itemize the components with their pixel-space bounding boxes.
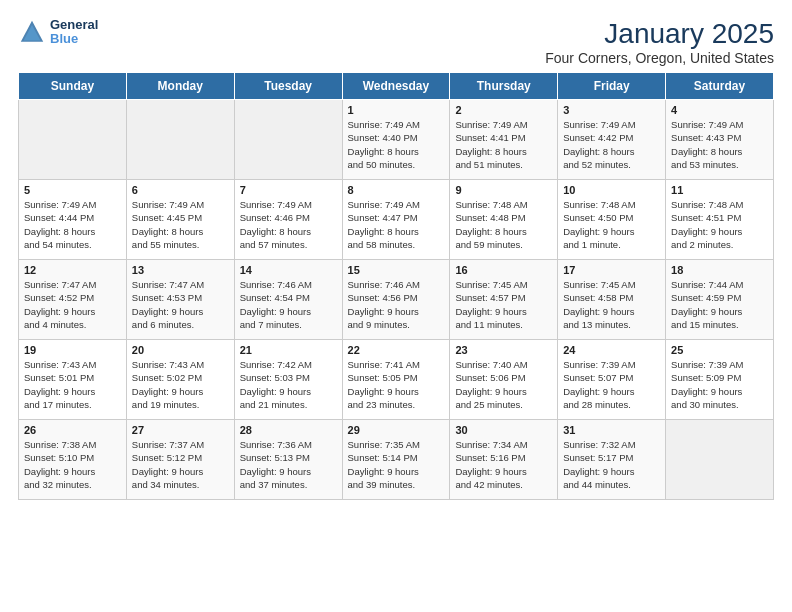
day-number: 4	[671, 104, 768, 116]
calendar-cell: 19Sunrise: 7:43 AMSunset: 5:01 PMDayligh…	[19, 340, 127, 420]
calendar-cell: 10Sunrise: 7:48 AMSunset: 4:50 PMDayligh…	[558, 180, 666, 260]
day-info: Sunrise: 7:35 AMSunset: 5:14 PMDaylight:…	[348, 438, 445, 491]
calendar-week-5: 26Sunrise: 7:38 AMSunset: 5:10 PMDayligh…	[19, 420, 774, 500]
col-header-tuesday: Tuesday	[234, 73, 342, 100]
calendar-cell: 3Sunrise: 7:49 AMSunset: 4:42 PMDaylight…	[558, 100, 666, 180]
day-number: 20	[132, 344, 229, 356]
calendar-cell: 14Sunrise: 7:46 AMSunset: 4:54 PMDayligh…	[234, 260, 342, 340]
day-info: Sunrise: 7:39 AMSunset: 5:07 PMDaylight:…	[563, 358, 660, 411]
calendar-cell: 25Sunrise: 7:39 AMSunset: 5:09 PMDayligh…	[666, 340, 774, 420]
col-header-thursday: Thursday	[450, 73, 558, 100]
day-number: 3	[563, 104, 660, 116]
logo-icon	[18, 18, 46, 46]
col-header-friday: Friday	[558, 73, 666, 100]
calendar-cell: 7Sunrise: 7:49 AMSunset: 4:46 PMDaylight…	[234, 180, 342, 260]
calendar-cell	[19, 100, 127, 180]
calendar-cell: 18Sunrise: 7:44 AMSunset: 4:59 PMDayligh…	[666, 260, 774, 340]
calendar-cell: 13Sunrise: 7:47 AMSunset: 4:53 PMDayligh…	[126, 260, 234, 340]
day-number: 14	[240, 264, 337, 276]
day-info: Sunrise: 7:47 AMSunset: 4:53 PMDaylight:…	[132, 278, 229, 331]
calendar-cell: 26Sunrise: 7:38 AMSunset: 5:10 PMDayligh…	[19, 420, 127, 500]
calendar-cell: 23Sunrise: 7:40 AMSunset: 5:06 PMDayligh…	[450, 340, 558, 420]
day-number: 24	[563, 344, 660, 356]
col-header-monday: Monday	[126, 73, 234, 100]
day-info: Sunrise: 7:43 AMSunset: 5:01 PMDaylight:…	[24, 358, 121, 411]
day-number: 8	[348, 184, 445, 196]
day-info: Sunrise: 7:49 AMSunset: 4:44 PMDaylight:…	[24, 198, 121, 251]
calendar-cell: 17Sunrise: 7:45 AMSunset: 4:58 PMDayligh…	[558, 260, 666, 340]
calendar-cell: 5Sunrise: 7:49 AMSunset: 4:44 PMDaylight…	[19, 180, 127, 260]
day-info: Sunrise: 7:46 AMSunset: 4:56 PMDaylight:…	[348, 278, 445, 331]
day-info: Sunrise: 7:32 AMSunset: 5:17 PMDaylight:…	[563, 438, 660, 491]
calendar-week-4: 19Sunrise: 7:43 AMSunset: 5:01 PMDayligh…	[19, 340, 774, 420]
day-number: 12	[24, 264, 121, 276]
day-info: Sunrise: 7:49 AMSunset: 4:40 PMDaylight:…	[348, 118, 445, 171]
calendar-cell: 16Sunrise: 7:45 AMSunset: 4:57 PMDayligh…	[450, 260, 558, 340]
subtitle: Four Corners, Oregon, United States	[545, 50, 774, 66]
calendar-cell	[234, 100, 342, 180]
day-info: Sunrise: 7:47 AMSunset: 4:52 PMDaylight:…	[24, 278, 121, 331]
page-container: General Blue January 2025 Four Corners, …	[0, 0, 792, 510]
day-number: 16	[455, 264, 552, 276]
day-number: 31	[563, 424, 660, 436]
day-number: 27	[132, 424, 229, 436]
calendar-cell: 8Sunrise: 7:49 AMSunset: 4:47 PMDaylight…	[342, 180, 450, 260]
day-number: 9	[455, 184, 552, 196]
col-header-sunday: Sunday	[19, 73, 127, 100]
calendar-cell: 27Sunrise: 7:37 AMSunset: 5:12 PMDayligh…	[126, 420, 234, 500]
day-info: Sunrise: 7:44 AMSunset: 4:59 PMDaylight:…	[671, 278, 768, 331]
day-info: Sunrise: 7:49 AMSunset: 4:41 PMDaylight:…	[455, 118, 552, 171]
calendar-cell: 12Sunrise: 7:47 AMSunset: 4:52 PMDayligh…	[19, 260, 127, 340]
calendar-cell: 6Sunrise: 7:49 AMSunset: 4:45 PMDaylight…	[126, 180, 234, 260]
day-number: 29	[348, 424, 445, 436]
col-header-wednesday: Wednesday	[342, 73, 450, 100]
calendar-table: SundayMondayTuesdayWednesdayThursdayFrid…	[18, 72, 774, 500]
calendar-cell: 28Sunrise: 7:36 AMSunset: 5:13 PMDayligh…	[234, 420, 342, 500]
day-info: Sunrise: 7:49 AMSunset: 4:45 PMDaylight:…	[132, 198, 229, 251]
day-info: Sunrise: 7:45 AMSunset: 4:57 PMDaylight:…	[455, 278, 552, 331]
day-number: 25	[671, 344, 768, 356]
day-number: 28	[240, 424, 337, 436]
day-number: 5	[24, 184, 121, 196]
calendar-cell: 24Sunrise: 7:39 AMSunset: 5:07 PMDayligh…	[558, 340, 666, 420]
day-number: 26	[24, 424, 121, 436]
calendar-cell	[126, 100, 234, 180]
title-block: January 2025 Four Corners, Oregon, Unite…	[545, 18, 774, 66]
day-number: 2	[455, 104, 552, 116]
day-info: Sunrise: 7:49 AMSunset: 4:46 PMDaylight:…	[240, 198, 337, 251]
day-number: 1	[348, 104, 445, 116]
calendar-cell: 30Sunrise: 7:34 AMSunset: 5:16 PMDayligh…	[450, 420, 558, 500]
calendar-cell: 15Sunrise: 7:46 AMSunset: 4:56 PMDayligh…	[342, 260, 450, 340]
day-number: 7	[240, 184, 337, 196]
calendar-header-row: SundayMondayTuesdayWednesdayThursdayFrid…	[19, 73, 774, 100]
day-info: Sunrise: 7:42 AMSunset: 5:03 PMDaylight:…	[240, 358, 337, 411]
header: General Blue January 2025 Four Corners, …	[18, 18, 774, 66]
day-number: 23	[455, 344, 552, 356]
day-info: Sunrise: 7:41 AMSunset: 5:05 PMDaylight:…	[348, 358, 445, 411]
calendar-cell: 31Sunrise: 7:32 AMSunset: 5:17 PMDayligh…	[558, 420, 666, 500]
day-info: Sunrise: 7:49 AMSunset: 4:42 PMDaylight:…	[563, 118, 660, 171]
calendar-week-3: 12Sunrise: 7:47 AMSunset: 4:52 PMDayligh…	[19, 260, 774, 340]
day-number: 19	[24, 344, 121, 356]
calendar-cell: 9Sunrise: 7:48 AMSunset: 4:48 PMDaylight…	[450, 180, 558, 260]
day-number: 11	[671, 184, 768, 196]
calendar-cell: 4Sunrise: 7:49 AMSunset: 4:43 PMDaylight…	[666, 100, 774, 180]
day-info: Sunrise: 7:40 AMSunset: 5:06 PMDaylight:…	[455, 358, 552, 411]
day-info: Sunrise: 7:48 AMSunset: 4:48 PMDaylight:…	[455, 198, 552, 251]
day-info: Sunrise: 7:34 AMSunset: 5:16 PMDaylight:…	[455, 438, 552, 491]
calendar-week-2: 5Sunrise: 7:49 AMSunset: 4:44 PMDaylight…	[19, 180, 774, 260]
main-title: January 2025	[545, 18, 774, 50]
day-info: Sunrise: 7:45 AMSunset: 4:58 PMDaylight:…	[563, 278, 660, 331]
day-info: Sunrise: 7:49 AMSunset: 4:43 PMDaylight:…	[671, 118, 768, 171]
day-number: 21	[240, 344, 337, 356]
day-number: 22	[348, 344, 445, 356]
day-info: Sunrise: 7:39 AMSunset: 5:09 PMDaylight:…	[671, 358, 768, 411]
day-number: 13	[132, 264, 229, 276]
calendar-cell: 22Sunrise: 7:41 AMSunset: 5:05 PMDayligh…	[342, 340, 450, 420]
day-number: 10	[563, 184, 660, 196]
day-number: 15	[348, 264, 445, 276]
day-number: 18	[671, 264, 768, 276]
calendar-cell	[666, 420, 774, 500]
day-number: 17	[563, 264, 660, 276]
day-info: Sunrise: 7:37 AMSunset: 5:12 PMDaylight:…	[132, 438, 229, 491]
